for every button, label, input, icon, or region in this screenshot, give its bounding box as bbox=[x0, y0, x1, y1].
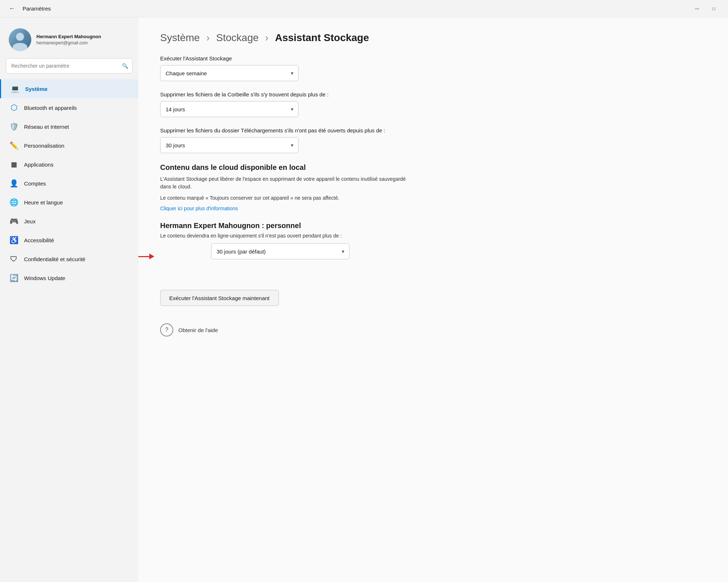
arrow-line bbox=[138, 256, 149, 257]
run-schedule-dropdown-wrapper: Tous les jours Chaque semaine Chaque moi… bbox=[160, 65, 298, 81]
breadcrumb-sep2: › bbox=[265, 32, 268, 43]
user-section: Hermann Expert Mahougnon hermanexpert@gm… bbox=[0, 25, 138, 58]
recycle-bin-label: Supprimer les fichiers de la Corbeille s… bbox=[160, 91, 706, 97]
onedrive-dropdown-container: 1 jour 14 jours 30 jours (par défaut) 60… bbox=[160, 243, 349, 270]
nav-label-bluetooth: Bluetooth et appareils bbox=[24, 105, 77, 111]
help-icon: ? bbox=[160, 323, 173, 336]
nav-label-windows-update: Windows Update bbox=[24, 275, 65, 281]
onedrive-section-title: Hermann Expert Mahougnon : personnel bbox=[160, 222, 706, 230]
cloud-info-link[interactable]: Cliquer ici pour plus d'informations bbox=[160, 206, 706, 211]
avatar bbox=[9, 28, 31, 51]
breadcrumb-part2: Stockage bbox=[216, 32, 259, 43]
onedrive-section-text: Le contenu deviendra en ligne-uniquement… bbox=[160, 232, 408, 240]
arrow-head bbox=[149, 254, 154, 259]
nav-label-comptes: Comptes bbox=[24, 180, 46, 187]
nav-label-accessibilite: Accessibilité bbox=[24, 237, 54, 243]
help-section: ? Obtenir de l'aide bbox=[160, 323, 706, 336]
breadcrumb-sep1: › bbox=[206, 32, 210, 43]
nav-label-heure: Heure et langue bbox=[24, 199, 63, 206]
heure-icon: 🌐 bbox=[9, 197, 19, 207]
cloud-section-text1: L'Assistant Stockage peut libérer de l'e… bbox=[160, 175, 408, 191]
comptes-icon: 👤 bbox=[9, 178, 19, 188]
onedrive-select[interactable]: 1 jour 14 jours 30 jours (par défaut) 60… bbox=[211, 243, 349, 259]
onedrive-dropdown-wrapper: 1 jour 14 jours 30 jours (par défaut) 60… bbox=[211, 243, 349, 259]
recycle-bin-select[interactable]: 1 jour 14 jours 30 jours 60 jours Jamais bbox=[160, 101, 298, 117]
nav-item-accessibilite[interactable]: ♿ Accessibilité bbox=[0, 231, 138, 250]
main-layout: Hermann Expert Mahougnon hermanexpert@gm… bbox=[0, 17, 728, 582]
nav-item-bluetooth[interactable]: ⬡ Bluetooth et appareils bbox=[0, 98, 138, 117]
breadcrumb: Système › Stockage › Assistant Stockage bbox=[160, 32, 706, 44]
nav-item-systeme[interactable]: 💻 Système bbox=[0, 79, 138, 98]
red-arrow bbox=[138, 254, 154, 259]
window-controls: — □ bbox=[689, 3, 722, 15]
search-icon: 🔍 bbox=[122, 63, 128, 69]
nav-item-applications[interactable]: ▦ Applications bbox=[0, 155, 138, 174]
windows-update-icon: 🔄 bbox=[9, 273, 19, 283]
user-name: Hermann Expert Mahougnon bbox=[36, 34, 101, 39]
downloads-dropdown-wrapper: 1 jour 14 jours 30 jours 60 jours Jamais… bbox=[160, 137, 298, 153]
back-button[interactable]: ← bbox=[6, 3, 18, 14]
cloud-section-text2: Le contenu marqué « Toujours conserver s… bbox=[160, 194, 408, 202]
jeux-icon: 🎮 bbox=[9, 216, 19, 226]
title-bar: ← Paramètres — □ bbox=[0, 0, 728, 17]
nav-item-confidentialite[interactable]: 🛡 Confidentialité et sécurité bbox=[0, 250, 138, 268]
nav-item-heure[interactable]: 🌐 Heure et langue bbox=[0, 193, 138, 212]
cloud-section-title: Contenu dans le cloud disponible en loca… bbox=[160, 163, 706, 172]
minimize-button[interactable]: — bbox=[689, 3, 705, 15]
content-area: Système › Stockage › Assistant Stockage … bbox=[138, 17, 728, 582]
personnalisation-icon: ✏️ bbox=[9, 140, 19, 151]
window-title: Paramètres bbox=[23, 5, 51, 12]
nav-label-applications: Applications bbox=[24, 162, 54, 168]
nav-item-personnalisation[interactable]: ✏️ Personnalisation bbox=[0, 136, 138, 155]
reseau-icon: 🛡️ bbox=[9, 121, 19, 132]
downloads-label: Supprimer les fichiers du dossier Téléch… bbox=[160, 127, 706, 133]
sidebar: Hermann Expert Mahougnon hermanexpert@gm… bbox=[0, 17, 138, 582]
avatar-image bbox=[9, 28, 31, 51]
run-schedule-select[interactable]: Tous les jours Chaque semaine Chaque moi… bbox=[160, 65, 298, 81]
search-box: 🔍 bbox=[6, 58, 132, 73]
run-storage-button[interactable]: Exécuter l'Assistant Stockage maintenant bbox=[160, 290, 279, 306]
nav-label-personnalisation: Personnalisation bbox=[24, 143, 64, 149]
user-email: hermanexpert@gmail.com bbox=[36, 40, 101, 45]
nav-item-comptes[interactable]: 👤 Comptes bbox=[0, 174, 138, 193]
applications-icon: ▦ bbox=[9, 159, 19, 170]
downloads-select[interactable]: 1 jour 14 jours 30 jours 60 jours Jamais bbox=[160, 137, 298, 153]
nav-label-jeux: Jeux bbox=[24, 218, 36, 224]
help-label: Obtenir de l'aide bbox=[178, 327, 218, 333]
accessibilite-icon: ♿ bbox=[9, 235, 19, 245]
systeme-icon: 💻 bbox=[10, 84, 20, 94]
bluetooth-icon: ⬡ bbox=[9, 103, 19, 113]
nav-item-windows-update[interactable]: 🔄 Windows Update bbox=[0, 268, 138, 287]
search-input[interactable] bbox=[6, 58, 132, 73]
nav-item-jeux[interactable]: 🎮 Jeux bbox=[0, 212, 138, 231]
recycle-bin-dropdown-wrapper: 1 jour 14 jours 30 jours 60 jours Jamais… bbox=[160, 101, 298, 117]
run-button-container: Exécuter l'Assistant Stockage maintenant bbox=[160, 277, 706, 306]
breadcrumb-part3: Assistant Stockage bbox=[275, 32, 369, 43]
breadcrumb-part1: Système bbox=[160, 32, 200, 43]
nav-label-confidentialite: Confidentialité et sécurité bbox=[24, 256, 85, 262]
user-info: Hermann Expert Mahougnon hermanexpert@gm… bbox=[36, 34, 101, 45]
nav-item-reseau[interactable]: 🛡️ Réseau et Internet bbox=[0, 117, 138, 136]
nav-label-systeme: Système bbox=[25, 86, 48, 92]
confidentialite-icon: 🛡 bbox=[9, 254, 19, 264]
run-schedule-label: Exécuter l'Assistant Stockage bbox=[160, 55, 706, 61]
nav-label-reseau: Réseau et Internet bbox=[24, 124, 69, 130]
maximize-button[interactable]: □ bbox=[705, 3, 722, 15]
